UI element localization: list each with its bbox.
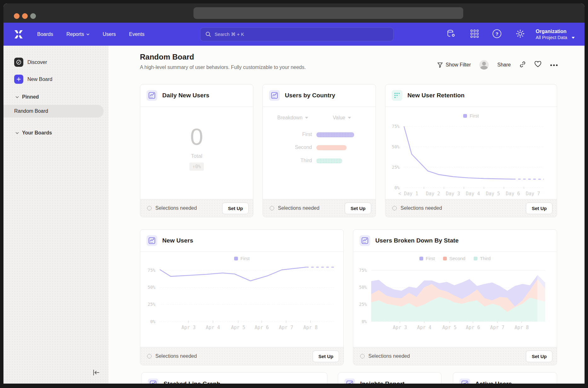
- svg-text:Day 7: Day 7: [526, 191, 540, 197]
- copy-link-icon[interactable]: [519, 61, 526, 69]
- setup-button[interactable]: Set Up: [222, 203, 249, 214]
- chart-icon: [344, 379, 355, 384]
- status-circle-icon: [392, 206, 397, 210]
- nav-item-users[interactable]: Users: [103, 31, 116, 37]
- metric-value: 0: [140, 125, 253, 149]
- country-row-label: First: [302, 132, 312, 137]
- chart-icon: [269, 90, 280, 101]
- settings-gear-icon[interactable]: [516, 29, 525, 40]
- search-icon: [205, 31, 211, 37]
- nav-item-reports[interactable]: Reports: [66, 31, 89, 37]
- svg-text:Apr 7: Apr 7: [279, 325, 293, 330]
- browser-window: Boards Reports Users Events Search ⌘ + K: [3, 3, 585, 384]
- value-dropdown[interactable]: Value: [333, 115, 351, 121]
- card-users-by-state: Users Broken Down By State FirstSecondTh…: [353, 229, 557, 365]
- help-icon[interactable]: ?: [492, 29, 502, 40]
- svg-text:0%: 0%: [362, 319, 367, 324]
- svg-text:Apr 4: Apr 4: [417, 325, 431, 330]
- svg-text:Apr 4: Apr 4: [206, 325, 220, 330]
- status-text: Selections needed: [155, 205, 197, 211]
- setup-button[interactable]: Set Up: [526, 351, 552, 362]
- status-text: Selections needed: [155, 353, 197, 359]
- country-row: Second: [263, 145, 376, 150]
- chart-icon: [360, 235, 370, 246]
- card-footer: Selections needed Set Up: [263, 199, 376, 217]
- favorite-heart-icon[interactable]: [534, 61, 541, 69]
- status-circle-icon: [147, 206, 152, 210]
- chart-icon: [148, 379, 159, 384]
- window-zoom-button[interactable]: [30, 13, 36, 19]
- svg-text:Day 5: Day 5: [486, 191, 500, 197]
- sidebar-item-discover[interactable]: Discover: [14, 58, 47, 67]
- window-close-button[interactable]: [14, 13, 20, 19]
- window-minimize-button[interactable]: [22, 13, 28, 19]
- setup-button[interactable]: Set Up: [313, 351, 339, 362]
- org-switcher[interactable]: Organization All Project Data: [536, 29, 567, 40]
- svg-text:75%: 75%: [392, 124, 400, 129]
- svg-text:Day 2: Day 2: [426, 191, 440, 197]
- svg-text:0%: 0%: [150, 319, 155, 324]
- page-subtitle: A high-level summary of user behaviors. …: [140, 65, 306, 70]
- country-row-label: Second: [295, 145, 312, 150]
- more-options-icon[interactable]: [550, 62, 558, 68]
- search-placeholder: Search ⌘ + K: [215, 31, 244, 37]
- chart-icon: [147, 235, 157, 246]
- search-input[interactable]: Search ⌘ + K: [200, 27, 394, 41]
- card-title: Stacked Line Graph: [164, 380, 220, 384]
- card-title: Active Users: [475, 380, 512, 384]
- card-users-by-country: Users by Country Breakdown Value FirstSe…: [262, 84, 376, 217]
- chevron-down-icon: [15, 132, 19, 134]
- chevron-down-icon: [15, 96, 19, 98]
- svg-text:< Day 1: < Day 1: [398, 191, 418, 197]
- svg-text:25%: 25%: [392, 165, 400, 170]
- retention-chart: First75%50%25%0%< Day 1Day 2Day 3Day 4Da…: [385, 107, 557, 200]
- status-text: Selections needed: [401, 205, 442, 211]
- svg-text:Apr 8: Apr 8: [303, 325, 318, 330]
- plus-icon: [14, 75, 23, 84]
- svg-text:50%: 50%: [359, 285, 367, 290]
- sidebar-section-your-boards[interactable]: Your Boards: [15, 130, 52, 136]
- address-bar[interactable]: [193, 7, 463, 19]
- chart-icon: [459, 379, 470, 384]
- sidebar-item-random-board[interactable]: Random Board: [3, 105, 104, 117]
- apps-grid-icon[interactable]: [470, 30, 479, 39]
- svg-text:75%: 75%: [148, 268, 155, 273]
- sidebar: Discover New Board Pinned Random Board Y…: [3, 46, 108, 384]
- discover-compass-icon: [14, 58, 23, 67]
- breakdown-dropdown[interactable]: Breakdown: [277, 115, 308, 121]
- setup-button[interactable]: Set Up: [345, 203, 371, 214]
- status-circle-icon: [147, 354, 152, 358]
- share-button[interactable]: Share: [497, 62, 511, 68]
- country-row-bar: [316, 132, 354, 137]
- card-new-user-retention: New User Retention First75%50%25%0%< Day…: [385, 84, 557, 217]
- new-users-chart: First75%50%25%0%Apr 3Apr 4Apr 5Apr 6Apr …: [140, 252, 343, 348]
- card-daily-new-users: Daily New Users 0 Total ↑0% Selections n…: [140, 84, 253, 217]
- svg-text:Day 3: Day 3: [446, 191, 460, 197]
- card-new-users: New Users First75%50%25%0%Apr 3Apr 4Apr …: [140, 229, 344, 365]
- svg-text:Apr 7: Apr 7: [490, 325, 504, 330]
- avatar[interactable]: [479, 60, 489, 70]
- status-text: Selections needed: [278, 205, 320, 211]
- card-title: Insights Report: [360, 380, 405, 384]
- metric-delta-badge: ↑0%: [189, 163, 204, 171]
- svg-text:Apr 8: Apr 8: [515, 325, 529, 330]
- svg-text:Apr 6: Apr 6: [466, 325, 480, 330]
- data-management-icon[interactable]: [447, 30, 456, 39]
- sidebar-item-new-board[interactable]: New Board: [14, 75, 52, 84]
- card-title: New Users: [162, 237, 193, 244]
- card-title: New User Retention: [407, 92, 464, 99]
- mixpanel-logo-icon[interactable]: [14, 30, 24, 39]
- collapse-sidebar-icon[interactable]: [93, 369, 100, 377]
- nav-item-events[interactable]: Events: [129, 31, 145, 37]
- show-filter-button[interactable]: Show Filter: [437, 62, 471, 68]
- status-circle-icon: [270, 206, 274, 210]
- status-text: Selections needed: [368, 353, 410, 359]
- svg-text:25%: 25%: [359, 302, 367, 307]
- sidebar-section-pinned[interactable]: Pinned: [15, 94, 39, 100]
- svg-text:0%: 0%: [395, 185, 400, 190]
- country-row-bar: [316, 158, 342, 163]
- country-row: First: [263, 132, 376, 137]
- nav-item-boards[interactable]: Boards: [37, 31, 53, 37]
- setup-button[interactable]: Set Up: [526, 203, 552, 214]
- org-name: Organization: [536, 29, 567, 34]
